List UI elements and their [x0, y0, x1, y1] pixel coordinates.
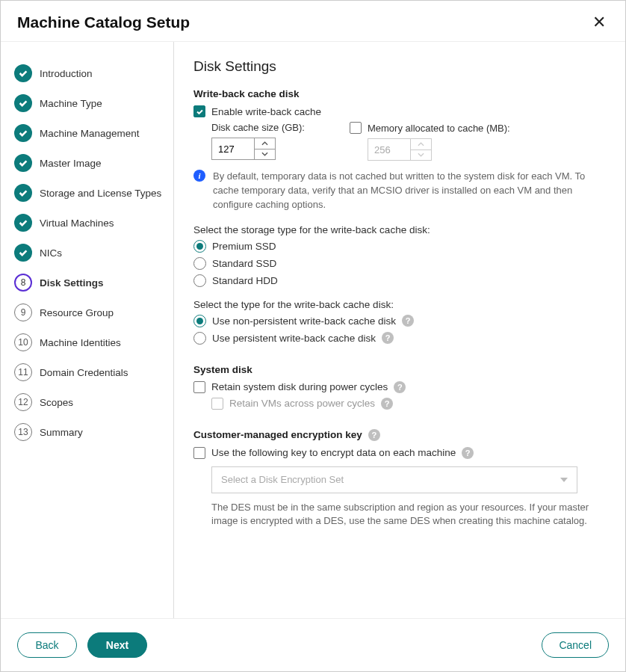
sidebar-step-machine-identities: 10Machine Identities	[13, 327, 166, 357]
step-label: Storage and License Types	[40, 188, 161, 199]
check-icon	[14, 94, 32, 112]
stepper-down-icon	[411, 150, 431, 161]
step-label: Machine Type	[40, 98, 102, 109]
disk-cache-value[interactable]	[212, 138, 254, 159]
des-placeholder: Select a Disk Encryption Set	[221, 474, 344, 485]
step-label: Introduction	[40, 68, 93, 79]
sidebar-step-virtual-machines[interactable]: Virtual Machines	[13, 208, 166, 238]
step-label: Resource Group	[40, 307, 114, 318]
use-cmek-checkbox[interactable]	[193, 447, 205, 459]
step-number-current: 8	[14, 274, 32, 292]
sidebar-step-master-image[interactable]: Master Image	[13, 148, 166, 178]
step-number: 9	[14, 303, 32, 321]
titlebar: Machine Catalog Setup ✕	[1, 1, 625, 41]
help-icon[interactable]: ?	[462, 447, 474, 459]
storage-premium-radio[interactable]	[193, 240, 206, 253]
disk-type-prompt: Select the type for the write-back cache…	[193, 299, 607, 310]
check-icon	[14, 214, 32, 232]
type-persistent-radio[interactable]	[193, 332, 206, 345]
mem-cache-input	[368, 138, 432, 161]
content: Disk Settings Write-back cache disk Enab…	[174, 42, 625, 618]
enable-wbc-label: Enable write-back cache	[211, 106, 321, 117]
storage-standard-ssd-radio[interactable]	[193, 257, 206, 270]
step-number: 11	[14, 363, 32, 381]
type-opt-label: Use non-persistent write-back cache disk	[212, 315, 396, 327]
help-icon[interactable]: ?	[381, 398, 393, 410]
retain-vms-label: Retain VMs across power cycles	[229, 398, 375, 409]
back-button[interactable]: Back	[17, 632, 77, 658]
des-note: The DES must be in the same subscription…	[211, 501, 592, 529]
step-number: 10	[14, 333, 32, 351]
sidebar-step-domain-credentials: 11Domain Credentials	[13, 357, 166, 387]
storage-opt-label: Standard SSD	[212, 258, 276, 269]
check-icon	[14, 244, 32, 262]
disk-cache-input[interactable]	[211, 138, 276, 160]
sidebar-step-machine-type[interactable]: Machine Type	[13, 88, 166, 118]
des-select: Select a Disk Encryption Set	[211, 466, 577, 493]
use-cmek-label: Use the following key to encrypt data on…	[211, 447, 456, 458]
check-icon	[14, 64, 32, 82]
retain-system-disk-label: Retain system disk during power cycles	[211, 381, 388, 392]
wbc-section-header: Write-back cache disk	[193, 88, 607, 99]
info-icon: i	[193, 170, 205, 182]
sidebar-step-disk-settings[interactable]: 8Disk Settings	[13, 268, 166, 298]
footer: Back Next Cancel	[1, 618, 625, 671]
system-disk-section-header: System disk	[193, 364, 607, 375]
next-button[interactable]: Next	[87, 632, 147, 658]
help-icon[interactable]: ?	[402, 315, 414, 327]
retain-system-disk-checkbox[interactable]	[193, 381, 205, 393]
help-icon[interactable]: ?	[394, 381, 406, 393]
sidebar: IntroductionMachine TypeMachine Manageme…	[1, 42, 174, 618]
type-opt-label: Use persistent write-back cache disk	[212, 333, 376, 344]
storage-opt-label: Standard HDD	[212, 275, 278, 286]
check-icon	[14, 154, 32, 172]
help-icon[interactable]: ?	[382, 332, 394, 344]
sidebar-step-introduction[interactable]: Introduction	[13, 58, 166, 88]
step-label: NICs	[40, 247, 62, 259]
mem-cache-value	[368, 139, 410, 160]
disk-cache-label: Disk cache size (GB):	[211, 122, 305, 133]
sidebar-step-storage-and-license-types[interactable]: Storage and License Types	[13, 178, 166, 208]
check-icon	[14, 184, 32, 202]
dialog: Machine Catalog Setup ✕ IntroductionMach…	[0, 0, 626, 672]
sidebar-step-machine-management[interactable]: Machine Management	[13, 118, 166, 148]
step-number: 12	[14, 393, 32, 411]
body: IntroductionMachine TypeMachine Manageme…	[1, 41, 625, 618]
sidebar-step-resource-group: 9Resource Group	[13, 298, 166, 327]
page-heading: Disk Settings	[193, 58, 607, 75]
dialog-title: Machine Catalog Setup	[17, 13, 190, 31]
close-icon[interactable]: ✕	[588, 11, 610, 34]
step-label: Disk Settings	[40, 277, 104, 289]
stepper-up-icon	[411, 139, 431, 150]
storage-opt-label: Premium SSD	[212, 241, 276, 252]
help-icon[interactable]: ?	[368, 429, 380, 441]
sidebar-step-summary: 13Summary	[13, 417, 166, 447]
step-label: Scopes	[40, 397, 73, 408]
cmek-section-header: Customer-managed encryption key	[193, 429, 362, 440]
stepper-up-icon[interactable]	[255, 138, 275, 149]
step-label: Master Image	[40, 158, 102, 169]
step-label: Virtual Machines	[40, 218, 114, 229]
enable-wbc-checkbox[interactable]	[193, 105, 205, 117]
step-label: Machine Identities	[40, 337, 121, 348]
check-icon	[14, 124, 32, 142]
storage-standard-hdd-radio[interactable]	[193, 274, 206, 287]
storage-type-prompt: Select the storage type for the write-ba…	[193, 224, 607, 235]
chevron-down-icon	[560, 478, 568, 482]
mem-cache-label: Memory allocated to cache (MB):	[368, 123, 510, 134]
type-nonpersistent-radio[interactable]	[193, 315, 206, 327]
step-label: Domain Credentials	[40, 367, 128, 378]
sidebar-step-nics[interactable]: NICs	[13, 238, 166, 268]
sidebar-step-scopes: 12Scopes	[13, 387, 166, 417]
stepper-down-icon[interactable]	[255, 149, 275, 160]
retain-vms-checkbox	[211, 398, 223, 410]
step-label: Machine Management	[40, 128, 140, 139]
step-number: 13	[14, 423, 32, 441]
cancel-button[interactable]: Cancel	[542, 632, 609, 658]
mem-cache-checkbox[interactable]	[350, 122, 362, 134]
step-label: Summary	[40, 427, 83, 438]
wbc-info-text: By default, temporary data is not cached…	[213, 170, 607, 212]
